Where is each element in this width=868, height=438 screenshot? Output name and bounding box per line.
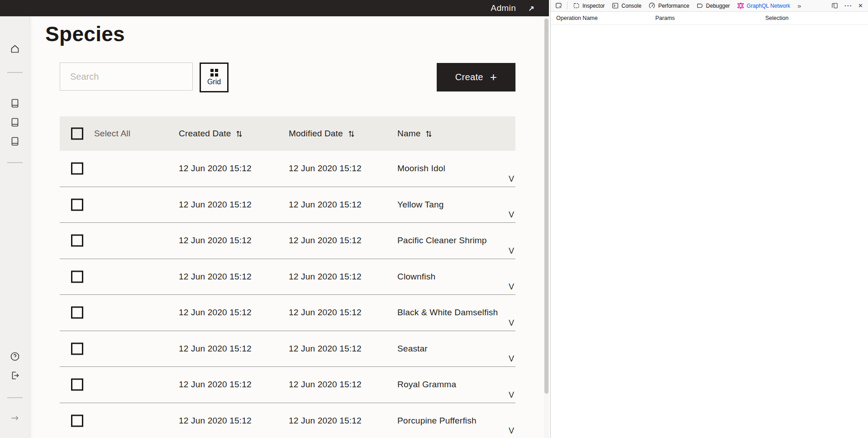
expand-chevron-icon[interactable]: V (509, 247, 514, 255)
created-date-cell: 12 Jun 2020 15:12 (179, 236, 252, 245)
modified-date-cell: 12 Jun 2020 15:12 (289, 200, 362, 210)
admin-label: Admin (491, 3, 516, 13)
expand-chevron-icon[interactable]: V (509, 391, 514, 399)
expand-sidebar-arrow-icon[interactable] (10, 413, 20, 424)
tab-debugger[interactable]: Debugger (693, 0, 734, 12)
tab-performance[interactable]: Performance (645, 0, 693, 12)
external-link-icon: ↗ (528, 4, 534, 13)
name-cell: Royal Gramma (397, 380, 456, 390)
row-checkbox[interactable] (71, 235, 83, 247)
table-header: Select All Created Date Modified Date Na… (60, 116, 515, 151)
tab-label: Performance (658, 3, 689, 9)
devtools-toolbar: Inspector Console Performance Debugger G (551, 0, 868, 12)
column-header-modified-date[interactable]: Modified Date (289, 129, 355, 139)
performance-icon (649, 2, 655, 9)
book-icon-3[interactable] (10, 136, 20, 147)
home-icon[interactable] (10, 43, 20, 54)
name-cell: Porcupine Pufferfish (397, 416, 477, 426)
debugger-icon (696, 2, 703, 9)
column-header-created-date[interactable]: Created Date (179, 129, 243, 139)
toolbar-separator (567, 2, 568, 10)
sort-icon (425, 130, 432, 138)
expand-chevron-icon[interactable]: V (509, 211, 514, 219)
book-icon-2[interactable] (10, 117, 20, 128)
name-cell: Pacific Cleaner Shrimp (397, 236, 487, 245)
created-date-cell: 12 Jun 2020 15:12 (179, 200, 252, 210)
devtools-window-controls: ⋯ ✕ (831, 2, 868, 10)
column-operation-name[interactable]: Operation Name (556, 15, 598, 21)
help-icon[interactable] (10, 351, 20, 362)
expand-chevron-icon[interactable]: V (509, 427, 514, 435)
graphql-icon (737, 2, 744, 9)
table-row: 12 Jun 2020 15:12 12 Jun 2020 15:12 Blac… (60, 295, 515, 331)
sidebar-divider (7, 72, 23, 73)
admin-link[interactable]: Admin ↗ (491, 0, 534, 16)
grid-view-button[interactable]: Grid (200, 63, 229, 92)
created-date-cell: 12 Jun 2020 15:12 (179, 344, 252, 354)
table-row: 12 Jun 2020 15:12 12 Jun 2020 15:12 Paci… (60, 223, 515, 259)
browser-viewport: Admin ↗ Species (0, 0, 550, 438)
created-date-cell: 12 Jun 2020 15:12 (179, 416, 252, 426)
create-button-label: Create (455, 72, 483, 82)
tab-graphql-network[interactable]: GraphQL Network (734, 0, 794, 12)
expand-chevron-icon[interactable]: V (509, 319, 514, 327)
pick-element-icon[interactable] (553, 2, 565, 10)
modified-date-cell: 12 Jun 2020 15:12 (289, 308, 362, 318)
name-cell: Moorish Idol (397, 164, 445, 173)
devtools-menu-icon[interactable]: ⋯ (844, 2, 852, 10)
column-label: Created Date (179, 129, 231, 139)
tab-label: GraphQL Network (747, 3, 790, 9)
table-row: 12 Jun 2020 15:12 12 Jun 2020 15:12 Roya… (60, 367, 515, 403)
row-checkbox[interactable] (71, 414, 83, 427)
book-icon-1[interactable] (10, 98, 20, 109)
sort-icon (348, 130, 355, 138)
expand-chevron-icon[interactable]: V (509, 175, 514, 183)
select-all-checkbox[interactable] (71, 128, 83, 140)
modified-date-cell: 12 Jun 2020 15:12 (289, 416, 362, 426)
scrollbar-thumb[interactable] (544, 19, 548, 394)
column-label: Name (397, 129, 420, 139)
row-checkbox[interactable] (71, 198, 83, 211)
expand-chevron-icon[interactable]: V (509, 355, 514, 363)
main-content: Species Grid Create + Select All Created… (30, 16, 544, 438)
created-date-cell: 12 Jun 2020 15:12 (179, 308, 252, 318)
expand-chevron-icon[interactable]: V (509, 283, 514, 291)
devtools-panel: Inspector Console Performance Debugger G (550, 0, 868, 438)
responsive-design-mode-icon[interactable] (831, 2, 838, 9)
column-header-name[interactable]: Name (397, 129, 432, 139)
modified-date-cell: 12 Jun 2020 15:12 (289, 236, 362, 245)
modified-date-cell: 12 Jun 2020 15:12 (289, 272, 362, 282)
sidebar-divider (7, 397, 23, 398)
close-icon[interactable]: ✕ (858, 2, 863, 9)
request-list-empty-area (551, 25, 868, 438)
table-row: 12 Jun 2020 15:12 12 Jun 2020 15:12 Moor… (60, 151, 515, 187)
tab-label: Debugger (706, 3, 730, 9)
row-checkbox[interactable] (71, 270, 83, 283)
row-checkbox[interactable] (71, 163, 83, 175)
create-button[interactable]: Create + (437, 63, 515, 91)
app-topbar: Admin ↗ (0, 0, 549, 16)
tab-console[interactable]: Console (608, 0, 645, 12)
column-selection[interactable]: Selection (765, 15, 788, 21)
row-checkbox[interactable] (71, 307, 83, 319)
name-cell: Seastar (397, 344, 428, 354)
row-checkbox[interactable] (71, 379, 83, 391)
tab-label: Console (621, 3, 641, 9)
grid-button-label: Grid (207, 78, 221, 86)
logout-icon[interactable] (10, 370, 20, 381)
column-params[interactable]: Params (655, 15, 675, 21)
sort-icon (236, 130, 243, 138)
created-date-cell: 12 Jun 2020 15:12 (179, 272, 252, 282)
created-date-cell: 12 Jun 2020 15:12 (179, 380, 252, 390)
page-title: Species (45, 22, 125, 46)
modified-date-cell: 12 Jun 2020 15:12 (289, 164, 362, 173)
search-input[interactable] (60, 63, 193, 91)
console-icon (612, 2, 619, 9)
table-row: 12 Jun 2020 15:12 12 Jun 2020 15:12 Seas… (60, 331, 515, 367)
page-scrollbar[interactable] (544, 16, 549, 438)
more-tabs-icon[interactable]: » (794, 2, 805, 10)
row-checkbox[interactable] (71, 342, 83, 355)
tab-inspector[interactable]: Inspector (569, 0, 608, 12)
tab-label: Inspector (582, 3, 605, 9)
plus-icon: + (490, 71, 497, 83)
